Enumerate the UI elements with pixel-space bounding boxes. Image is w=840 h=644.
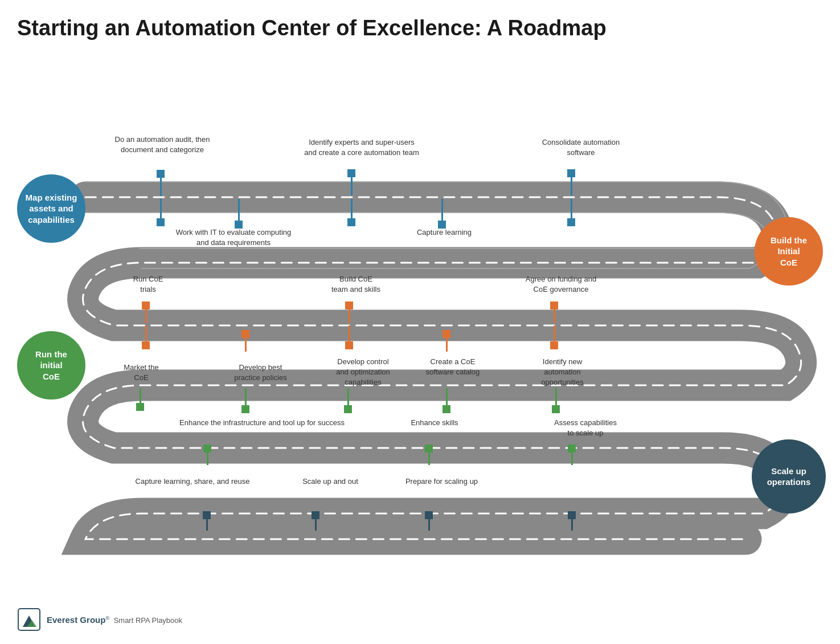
pin-market-below bbox=[136, 403, 144, 411]
vline-capture-above bbox=[441, 199, 443, 223]
pin-experts-below bbox=[347, 218, 355, 226]
main-container: Map existing assets and capabilities Bui… bbox=[0, 52, 840, 622]
pin-experts-above bbox=[347, 169, 355, 177]
vline-it-above bbox=[238, 199, 240, 223]
pin-funding-below bbox=[550, 341, 558, 349]
pin-funding-above bbox=[550, 301, 558, 309]
pin-catalog-above bbox=[442, 330, 450, 338]
pin-assess-below bbox=[568, 511, 576, 519]
label-assess-cap: Assess capabilities to scale up bbox=[540, 418, 631, 438]
label-capture-learning: Capture learning bbox=[399, 227, 490, 238]
label-market-coe: Market the CoE bbox=[107, 362, 175, 383]
everest-logo bbox=[17, 608, 41, 631]
pin-audit-below bbox=[157, 218, 165, 226]
vline-new-auto-below bbox=[555, 388, 557, 406]
pin-catalog-below bbox=[442, 405, 450, 413]
label-infrastructure: Enhance the infrastructure and tool up f… bbox=[168, 418, 356, 428]
footer: Everest Group® Smart RPA Playbook bbox=[17, 608, 182, 631]
label-consolidate: Consolidate automation software bbox=[530, 137, 632, 158]
pin-trials-below bbox=[142, 341, 150, 349]
pin-best-above bbox=[241, 330, 249, 338]
vline-best-below bbox=[245, 388, 247, 406]
pin-capture-share-below bbox=[203, 511, 211, 519]
vline-consolidate-below bbox=[571, 199, 572, 221]
pin-best-below bbox=[241, 405, 249, 413]
label-audit: Do an automation audit, then document an… bbox=[105, 134, 219, 155]
pin-assess-above bbox=[568, 445, 576, 453]
footer-tagline: Smart RPA Playbook bbox=[114, 616, 182, 625]
label-best-practice: Develop best practice policies bbox=[216, 362, 305, 383]
pin-team-above bbox=[345, 301, 353, 309]
label-scale-out: Scale up and out bbox=[290, 476, 370, 487]
pin-prepare-below bbox=[425, 511, 433, 519]
pin-scale-out-below bbox=[312, 511, 319, 519]
circle-build-coe: Build the Initial CoE bbox=[755, 217, 823, 286]
vline-catalog-below bbox=[446, 388, 448, 406]
pin-consolidate-above bbox=[567, 169, 575, 177]
pin-control-below bbox=[344, 405, 352, 413]
label-experts: Identify experts and super-users and cre… bbox=[302, 137, 421, 158]
vline-audit-below bbox=[160, 199, 162, 221]
pin-trials-above bbox=[142, 301, 150, 309]
circle-run-coe: Run the initial CoE bbox=[17, 331, 85, 400]
pin-infra-above bbox=[203, 445, 211, 453]
vline-control-below bbox=[347, 388, 349, 406]
label-control-opt: Develop control and optimization capabil… bbox=[316, 357, 410, 388]
pin-new-auto-below bbox=[552, 405, 560, 413]
label-new-automation: Identify new automation opportunities bbox=[515, 357, 609, 388]
label-funding: Agree on funding and CoE governance bbox=[510, 274, 612, 295]
vline-experts-below bbox=[351, 199, 353, 221]
label-coe-catalog: Create a CoE software catalog bbox=[407, 357, 498, 377]
circle-scale-up: Scale up operations bbox=[752, 439, 826, 513]
label-prepare-scaling: Prepare for scaling up bbox=[395, 476, 489, 487]
label-it-eval: Work with IT to evaluate computing and d… bbox=[171, 227, 296, 248]
pin-enhance-above bbox=[425, 445, 433, 453]
label-capture-share: Capture learning, share, and reuse bbox=[130, 476, 255, 487]
pin-team-below bbox=[345, 341, 353, 349]
label-build-team: Build CoE team and skills bbox=[316, 274, 396, 295]
page-title: Starting an Automation Center of Excelle… bbox=[0, 0, 840, 46]
label-run-trials: Run CoE trials bbox=[117, 274, 179, 295]
pin-consolidate-below bbox=[567, 218, 575, 226]
footer-brand: Everest Group bbox=[47, 615, 105, 625]
label-enhance-skills: Enhance skills bbox=[395, 418, 474, 428]
pin-audit-above bbox=[157, 170, 165, 178]
vline-market-above bbox=[140, 388, 141, 404]
footer-registered: ® bbox=[105, 615, 109, 621]
circle-map-assets: Map existing assets and capabilities bbox=[17, 174, 85, 243]
